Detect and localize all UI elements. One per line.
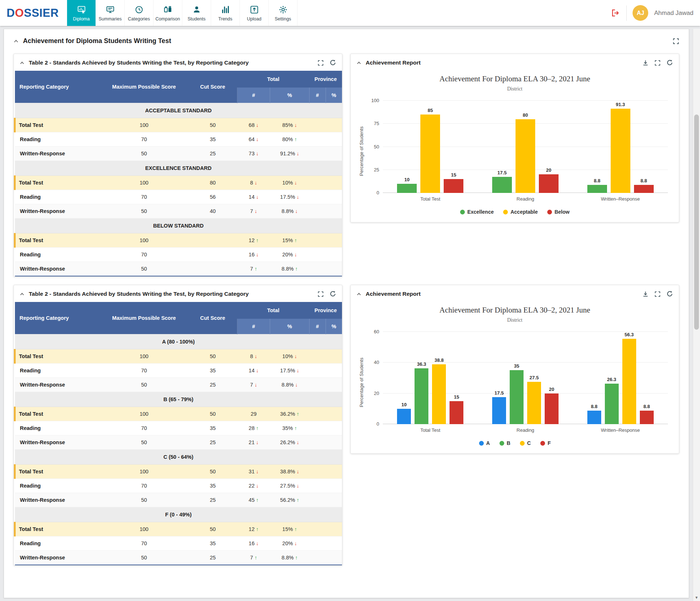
max-score-cell: 70	[100, 479, 188, 493]
province-count-cell	[309, 132, 326, 147]
x-axis-label: Reading	[478, 427, 573, 433]
legend-item[interactable]: Excellence	[460, 209, 494, 215]
table-row: Reading703528↑35%↑	[15, 421, 342, 435]
legend-item[interactable]: B	[499, 440, 510, 446]
province-percent-cell	[326, 536, 342, 551]
category-cell: Total Test	[15, 118, 100, 132]
table-row: Written-Response502521↓26.2%↓	[15, 435, 342, 450]
achievement-chart-standards: Achievement For Diploma ELA 30–2, 2021 J…	[351, 71, 679, 222]
total-count-cell: 21↓	[237, 435, 270, 450]
collapse-chevron-icon[interactable]	[20, 61, 24, 65]
total-percent-cell: 35%↑	[270, 421, 310, 435]
nav-item-settings[interactable]: Settings	[269, 0, 298, 26]
column-header-max-score: Maximum Possible Score	[100, 302, 188, 334]
chart-panel-grades: Achievement Report Achievement For Diplo…	[350, 285, 679, 454]
download-icon[interactable]	[642, 291, 649, 297]
table-row: Total Test10012↑15%↑	[15, 233, 342, 248]
nav-item-upload[interactable]: Upload	[240, 0, 269, 26]
bar-rect	[605, 384, 619, 424]
logout-icon[interactable]	[611, 8, 621, 18]
category-cell: Total Test	[15, 407, 100, 421]
nav-item-summaries[interactable]: Summaries	[96, 0, 125, 26]
up-arrow-icon: ↑	[256, 237, 258, 243]
bar-value-label: 38.8	[435, 357, 444, 363]
category-cell: Reading	[15, 248, 100, 262]
fullscreen-icon[interactable]	[654, 291, 661, 297]
nav-item-students[interactable]: Students	[182, 0, 211, 26]
table-row: Written-Response50257↑8.8%↑	[15, 551, 342, 565]
upload-icon	[250, 5, 259, 15]
down-arrow-icon: ↓	[294, 122, 297, 128]
legend-dot	[503, 210, 508, 214]
bar: 56.3	[622, 332, 636, 424]
collapse-chevron-icon[interactable]	[357, 61, 361, 65]
category-cell: Written-Response	[15, 378, 100, 392]
avatar[interactable]: AJ	[633, 5, 648, 21]
refresh-icon[interactable]	[330, 59, 336, 66]
refresh-icon[interactable]	[330, 291, 336, 297]
total-percent-cell: 85%↓	[270, 118, 310, 132]
bar: 8.8	[587, 101, 607, 193]
chart-subtitle: District	[358, 86, 672, 92]
legend-item[interactable]: Below	[547, 209, 569, 215]
panel-header: Table 2 - Standards Achieved by Students…	[14, 54, 342, 71]
total-count-cell: 8↓	[237, 176, 270, 190]
nav-item-diploma[interactable]: Diploma	[67, 0, 96, 26]
fullscreen-icon[interactable]	[673, 38, 679, 44]
total-percent-cell: 38.8%↓	[270, 465, 310, 479]
province-count-cell	[309, 522, 326, 536]
user-name: Ahmad Jawad	[654, 9, 693, 17]
collapse-chevron-icon[interactable]	[357, 292, 361, 296]
y-axis-label: Percentage of Students	[358, 101, 365, 202]
max-score-cell: 70	[100, 132, 188, 147]
bar-rect	[492, 177, 512, 193]
total-count-cell: 64↓	[237, 132, 270, 147]
brand-logo[interactable]: DOSSIER	[7, 7, 59, 20]
category-cell: Reading	[15, 364, 100, 378]
province-percent-cell	[326, 493, 342, 507]
bar-value-label: 8.8	[591, 404, 598, 409]
cut-score-cell: 40	[188, 204, 237, 218]
total-percent-cell: 26.2%↓	[270, 435, 310, 450]
collapse-chevron-icon[interactable]	[20, 292, 24, 296]
y-tick-label: 20	[363, 391, 379, 396]
refresh-icon[interactable]	[666, 59, 673, 66]
section-header-row: A (80 - 100%)	[15, 334, 342, 349]
legend-item[interactable]: A	[479, 440, 490, 446]
nav-item-label: Summaries	[98, 16, 121, 22]
download-icon[interactable]	[642, 60, 649, 66]
down-arrow-icon: ↓	[256, 194, 258, 200]
nav-item-trends[interactable]: Trends	[211, 0, 240, 26]
cut-score-cell: 56	[188, 190, 237, 204]
fullscreen-icon[interactable]	[654, 60, 661, 66]
collapse-chevron-icon[interactable]	[13, 39, 19, 44]
brand-rest: SSIER	[24, 7, 59, 19]
fullscreen-icon[interactable]	[318, 291, 324, 297]
nav-item-comparison[interactable]: Comparison	[153, 0, 182, 26]
legend-item[interactable]: Acceptable	[503, 209, 538, 215]
bar-rect	[516, 119, 535, 193]
total-count-cell: 28↑	[237, 421, 270, 435]
bar-rect	[492, 397, 506, 424]
refresh-icon[interactable]	[666, 291, 673, 297]
legend-item[interactable]: C	[520, 440, 531, 446]
up-arrow-icon: ↑	[254, 555, 257, 561]
nav-item-categories[interactable]: Categories	[125, 0, 153, 26]
legend-item[interactable]: F	[540, 440, 551, 446]
bar: 91.3	[611, 101, 630, 193]
scroll-down-arrow-icon[interactable]: ▼	[693, 596, 700, 600]
scrollbar-thumb[interactable]	[694, 115, 699, 330]
province-percent-cell	[326, 364, 342, 378]
table-row: Reading703522↓27.5%↓	[15, 479, 342, 493]
table-row: Total Test1005012↑15%↑	[15, 522, 342, 536]
down-arrow-icon: ↓	[294, 540, 297, 546]
total-percent-cell: 27.5%↓	[270, 479, 310, 493]
column-header-province: Province	[309, 302, 342, 319]
nav-user-area: AJ Ahmad Jawad	[611, 5, 693, 21]
y-tick-label: 40	[363, 360, 379, 365]
scrollbar[interactable]: ▼	[693, 29, 700, 601]
x-axis-label: Total Test	[383, 196, 478, 202]
fullscreen-icon[interactable]	[318, 60, 324, 66]
total-percent-cell: 80%↑	[270, 132, 310, 147]
table-row: Total Test100508↓10%↓	[15, 349, 342, 364]
